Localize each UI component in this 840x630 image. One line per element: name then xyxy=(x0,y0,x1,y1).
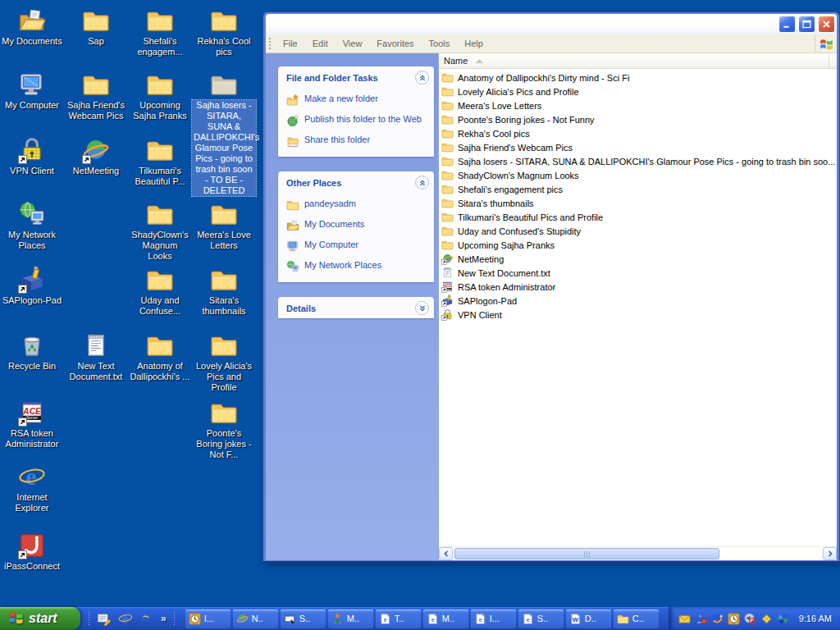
file-row[interactable]: Tilkumari's Beautiful Pics and Profile xyxy=(439,210,837,224)
file-row[interactable]: Upcoming Sajha Pranks xyxy=(439,238,837,252)
menu-item-edit[interactable]: Edit xyxy=(305,35,336,52)
scroll-right-button[interactable] xyxy=(823,547,837,560)
desktop-icon-saplogon-pad[interactable]: SAPlogon-Pad xyxy=(0,266,64,306)
file-row[interactable]: Sajha Friend's Webcam Pics xyxy=(439,140,837,154)
file-row[interactable]: Shefali's engagement pics xyxy=(439,182,837,196)
file-row[interactable]: Lovely Alicia's Pics and Profile xyxy=(439,84,837,98)
quick-launch-grip[interactable] xyxy=(173,611,176,626)
taskbar-button-4[interactable]: eT.. xyxy=(376,609,421,628)
desktop-icon-my-network-places[interactable]: My Network Places xyxy=(0,200,64,251)
desktop-icon-anatomy-of-dallipockhi-s[interactable]: Anatomy of Dallipockhi's ... xyxy=(128,331,192,382)
desktop-icon-vpn-client[interactable]: VPN Client xyxy=(0,136,64,176)
task-link-my-computer[interactable]: My Computer xyxy=(286,240,429,253)
desktop-icon-tilkumari-s-beautiful-p[interactable]: Tilkumari's Beautiful P... xyxy=(128,136,192,187)
close-button[interactable] xyxy=(818,16,835,33)
menu-item-file[interactable]: File xyxy=(276,35,305,52)
file-row[interactable]: Poonte's Boring jokes - Not Funny xyxy=(439,112,837,126)
taskbar-button-7[interactable]: eS.. xyxy=(518,609,564,628)
desktop-icon-sap[interactable]: Sap xyxy=(64,7,128,47)
desktop-icon-my-computer[interactable]: My Computer xyxy=(0,71,64,111)
taskbar-button-5[interactable]: eM.. xyxy=(423,609,468,628)
sap-diamond-icon[interactable] xyxy=(760,613,773,625)
desktop-icon-rsa-token-administrator[interactable]: ACEServerRSA token Administrator xyxy=(0,399,64,450)
show-desktop-icon[interactable] xyxy=(97,611,112,626)
desktop-icon-ipassconnect[interactable]: iPassConnect xyxy=(0,532,64,572)
desktop-icon-internet-explorer[interactable]: eInternet Explorer xyxy=(0,463,64,514)
chevron-up-icon[interactable] xyxy=(415,71,429,84)
task-link-share-this-folder[interactable]: Share this folder xyxy=(286,135,429,148)
file-row[interactable]: SAPlogon-Pad xyxy=(439,294,837,308)
desktop-icon-sajha-losers-sitara-suna-dallipokchi-s-g[interactable]: Sajha losers - SITARA, SUNA & DALLIPOKCH… xyxy=(192,71,256,196)
taskbar-button-9[interactable]: C.. xyxy=(614,609,659,628)
file-name: Sajha losers - SITARA, SUNA & DALLIPOKCH… xyxy=(458,157,835,167)
pinwheel-icon[interactable] xyxy=(777,613,789,625)
file-row[interactable]: Sajha losers - SITARA, SUNA & DALLIPOKCH… xyxy=(439,154,837,168)
chevron-down-icon[interactable] xyxy=(415,301,429,315)
file-row[interactable]: New Text Document.txt xyxy=(439,266,837,280)
file-row[interactable]: ShadyClown's Magnum Looks xyxy=(439,168,837,182)
desktop-icon-label: Poonte's Boring jokes - Not F... xyxy=(192,428,256,460)
desktop-icon-recycle-bin[interactable]: Recycle Bin xyxy=(0,331,64,372)
taskbar-button-1[interactable]: N.. xyxy=(233,609,278,628)
taskbar-button-2[interactable]: S.. xyxy=(281,609,326,628)
task-link-publish-this-folder-to-the-web[interactable]: Publish this folder to the Web xyxy=(286,114,429,127)
desktop-icon-new-text-document-txt[interactable]: New Text Document.txt xyxy=(64,331,128,382)
scrollbar-thumb[interactable] xyxy=(454,548,719,559)
taskbar-button-8[interactable]: WD.. xyxy=(566,609,611,628)
task-link-my-network-places[interactable]: My Network Places xyxy=(286,260,429,273)
sap-quick-icon[interactable] xyxy=(139,611,154,626)
task-pane-header-details[interactable]: Details xyxy=(278,297,434,318)
file-row[interactable]: ACEServerRSA token Administrator xyxy=(439,280,837,294)
quick-launch-grip[interactable] xyxy=(88,611,90,626)
file-row[interactable]: NetMeeting xyxy=(439,252,837,266)
file-row[interactable]: Uday and Confused's Stupidity xyxy=(439,224,837,238)
desktop-icon-meera-s-love-letters[interactable]: Meera's Love Letters xyxy=(192,200,256,251)
mail-envelope-icon[interactable] xyxy=(678,613,691,625)
ipass-swirl-icon[interactable] xyxy=(711,613,724,625)
menu-item-help[interactable]: Help xyxy=(457,35,491,52)
start-button[interactable]: start xyxy=(0,607,80,630)
horizontal-scrollbar[interactable] xyxy=(439,546,837,560)
clock-square-icon[interactable] xyxy=(728,613,740,625)
desktop-icon-uday-and-confuse[interactable]: Uday and Confuse... xyxy=(128,266,192,317)
desktop-icon-shefali-s-engagem[interactable]: Shefali's engagem... xyxy=(128,7,192,57)
desktop-icon-my-documents[interactable]: My Documents xyxy=(0,7,64,47)
chevron-up-icon[interactable] xyxy=(415,176,429,189)
file-row[interactable]: Sitara's thumbnails xyxy=(439,196,837,210)
volume-mute-icon[interactable] xyxy=(744,613,756,625)
taskbar-button-0[interactable]: I... xyxy=(185,609,231,628)
scroll-left-button[interactable] xyxy=(439,547,453,560)
file-row[interactable]: Rekha's Cool pics xyxy=(439,126,837,140)
internet-explorer-icon[interactable]: e xyxy=(118,611,133,626)
column-header-name[interactable]: Name xyxy=(439,53,829,68)
menu-item-tools[interactable]: Tools xyxy=(422,35,458,52)
task-pane-header-other-places[interactable]: Other Places xyxy=(278,171,434,193)
file-name: Sajha Friend's Webcam Pics xyxy=(458,143,573,153)
desktop-icon-sajha-friend-s-webcam-pics[interactable]: Sajha Friend's Webcam Pics xyxy=(64,71,128,121)
maximize-button[interactable] xyxy=(798,16,815,33)
window-titlebar[interactable] xyxy=(266,14,837,34)
task-link-my-documents[interactable]: My Documents xyxy=(286,219,429,232)
task-link-make-a-new-folder[interactable]: Make a new folder xyxy=(286,94,429,107)
desktop-icon-netmeeting[interactable]: NetMeeting xyxy=(64,136,128,176)
desktop-icon-poonte-s-boring-jokes-not-f[interactable]: Poonte's Boring jokes - Not F... xyxy=(192,399,256,460)
share-folder-icon xyxy=(286,135,299,148)
desktop-icon-lovely-alicia-s-pics-and-profile[interactable]: Lovely Alicia's Pics and Profile xyxy=(192,331,256,393)
file-row[interactable]: VPN Client xyxy=(439,308,837,322)
menu-item-favorites[interactable]: Favorites xyxy=(369,35,421,52)
taskbar-button-6[interactable]: eI... xyxy=(471,609,516,628)
desktop-icon-rekha-s-cool-pics[interactable]: Rekha's Cool pics xyxy=(192,7,256,57)
file-row[interactable]: Anatomy of Dallipockhi's Dirty mind - Sc… xyxy=(439,71,837,84)
menu-grip-handle[interactable] xyxy=(268,37,272,50)
user-status-icon[interactable] xyxy=(695,613,707,625)
task-pane-header-file-and-folder-tasks[interactable]: File and Folder Tasks xyxy=(278,66,434,88)
desktop-icon-sitara-s-thumbnails[interactable]: Sitara's thumbnails xyxy=(192,266,256,317)
desktop-icon-upcoming-sajha-pranks[interactable]: Upcoming Sajha Pranks xyxy=(128,71,192,121)
quick-launch-overflow-chevron[interactable]: » xyxy=(161,613,167,624)
taskbar-button-3[interactable]: M.. xyxy=(328,609,373,628)
menu-item-view[interactable]: View xyxy=(336,35,370,52)
file-row[interactable]: Meera's Love Letters xyxy=(439,98,837,112)
desktop-icon-shadyclown-s-magnum-looks[interactable]: ShadyClown's Magnum Looks xyxy=(128,200,192,262)
minimize-button[interactable] xyxy=(778,16,796,33)
task-link-pandeysadm[interactable]: pandeysadm xyxy=(286,199,429,212)
